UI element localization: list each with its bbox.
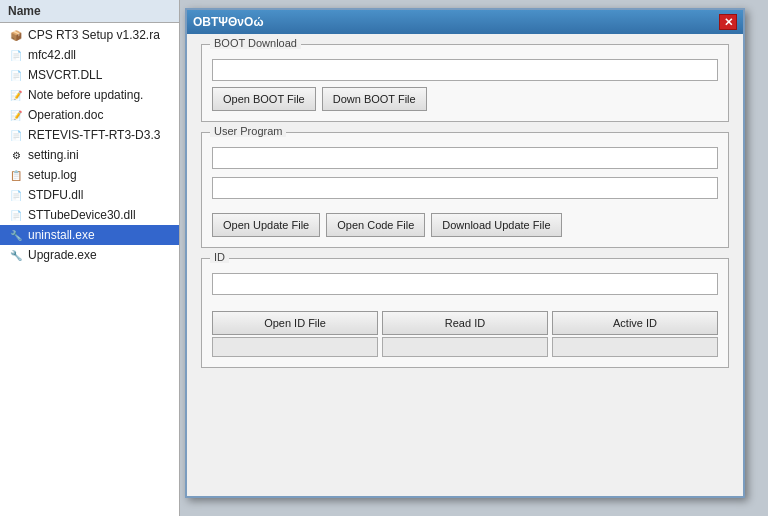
user-group-label: User Program [210, 125, 286, 137]
dialog-titlebar: ΟΒΤΨΘνΟώ ✕ [187, 10, 743, 34]
download-update-file-button[interactable]: Download Update File [431, 213, 561, 237]
file-icon: 📄 [8, 67, 24, 83]
file-item[interactable]: 🔧uninstall.exe [0, 225, 179, 245]
file-icon: 📄 [8, 207, 24, 223]
file-list: 📦CPS RT3 Setup v1.32.ra📄mfc42.dll📄MSVCRT… [0, 23, 179, 267]
file-icon: 🔧 [8, 227, 24, 243]
open-id-col: Open ID File [212, 311, 378, 357]
open-id-status-input[interactable] [212, 337, 378, 357]
file-icon: 📦 [8, 27, 24, 43]
user-input-2[interactable] [212, 177, 718, 199]
file-name: STDFU.dll [28, 188, 83, 202]
close-button[interactable]: ✕ [719, 14, 737, 30]
file-name: Upgrade.exe [28, 248, 97, 262]
user-button-row: Open Update File Open Code File Download… [212, 213, 718, 237]
file-name: setting.ini [28, 148, 79, 162]
boot-file-input[interactable] [212, 59, 718, 81]
file-icon: 📄 [8, 187, 24, 203]
file-name: CPS RT3 Setup v1.32.ra [28, 28, 160, 42]
file-icon: 📝 [8, 87, 24, 103]
active-id-col: Active ID [552, 311, 718, 357]
file-name: MSVCRT.DLL [28, 68, 102, 82]
file-item[interactable]: 📝Operation.doc [0, 105, 179, 125]
file-icon: 📝 [8, 107, 24, 123]
file-item[interactable]: ⚙setting.ini [0, 145, 179, 165]
file-item[interactable]: 📝Note before updating. [0, 85, 179, 105]
boot-button-row: Open BOOT File Down BOOT File [212, 87, 718, 111]
explorer-header: Name [0, 0, 179, 23]
file-icon: 📄 [8, 47, 24, 63]
user-input-1[interactable] [212, 147, 718, 169]
file-item[interactable]: 📄mfc42.dll [0, 45, 179, 65]
id-file-input[interactable] [212, 273, 718, 295]
open-update-file-button[interactable]: Open Update File [212, 213, 320, 237]
file-icon: 📋 [8, 167, 24, 183]
file-name: uninstall.exe [28, 228, 95, 242]
file-icon: 📄 [8, 127, 24, 143]
dialog-window: ΟΒΤΨΘνΟώ ✕ BOOT Download Open BOOT File … [185, 8, 745, 498]
file-item[interactable]: 📄STTubeDevice30.dll [0, 205, 179, 225]
open-code-file-button[interactable]: Open Code File [326, 213, 425, 237]
file-icon: 🔧 [8, 247, 24, 263]
dialog-title: ΟΒΤΨΘνΟώ [193, 15, 264, 29]
active-id-status-input[interactable] [552, 337, 718, 357]
file-item[interactable]: 📄STDFU.dll [0, 185, 179, 205]
file-name: Operation.doc [28, 108, 103, 122]
file-item[interactable]: 📋setup.log [0, 165, 179, 185]
file-name: STTubeDevice30.dll [28, 208, 136, 222]
file-name: Note before updating. [28, 88, 143, 102]
active-id-button[interactable]: Active ID [552, 311, 718, 335]
file-name: RETEVIS-TFT-RT3-D3.3 [28, 128, 160, 142]
read-id-button[interactable]: Read ID [382, 311, 548, 335]
open-boot-file-button[interactable]: Open BOOT File [212, 87, 316, 111]
file-item[interactable]: 📄MSVCRT.DLL [0, 65, 179, 85]
id-button-status-row: Open ID File Read ID Active ID [212, 311, 718, 357]
down-boot-file-button[interactable]: Down BOOT File [322, 87, 427, 111]
file-icon: ⚙ [8, 147, 24, 163]
file-item[interactable]: 📄RETEVIS-TFT-RT3-D3.3 [0, 125, 179, 145]
file-name: mfc42.dll [28, 48, 76, 62]
dialog-body: BOOT Download Open BOOT File Down BOOT F… [187, 34, 743, 378]
read-id-status-input[interactable] [382, 337, 548, 357]
id-group-label: ID [210, 251, 229, 263]
file-explorer: Name 📦CPS RT3 Setup v1.32.ra📄mfc42.dll📄M… [0, 0, 180, 516]
file-item[interactable]: 📦CPS RT3 Setup v1.32.ra [0, 25, 179, 45]
boot-download-group: BOOT Download Open BOOT File Down BOOT F… [201, 44, 729, 122]
user-program-group: User Program Open Update File Open Code … [201, 132, 729, 248]
open-id-file-button[interactable]: Open ID File [212, 311, 378, 335]
file-name: setup.log [28, 168, 77, 182]
read-id-col: Read ID [382, 311, 548, 357]
boot-group-label: BOOT Download [210, 37, 301, 49]
file-item[interactable]: 🔧Upgrade.exe [0, 245, 179, 265]
id-group: ID Open ID File Read ID Active ID [201, 258, 729, 368]
